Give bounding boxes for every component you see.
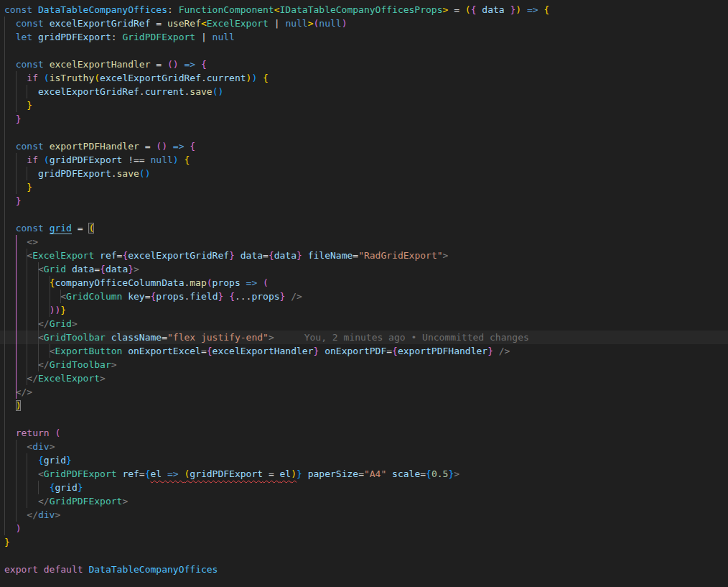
token: useRef <box>167 18 201 29</box>
token <box>4 468 38 479</box>
token: ( <box>156 141 162 152</box>
token: data <box>241 250 263 261</box>
code-line: export default DataTableCompanyOffices <box>0 563 728 576</box>
token: ExcelExport <box>32 250 94 261</box>
token: /> <box>291 291 302 302</box>
token: ) <box>173 59 179 70</box>
code-line: } <box>0 194 728 208</box>
token: "A4" <box>364 468 386 479</box>
git-blame-annotation: You, 2 minutes ago • Uncommitted changes <box>304 332 529 343</box>
token: > <box>269 332 274 343</box>
token: const <box>16 223 50 234</box>
token: = <box>151 59 167 70</box>
token: default <box>44 564 89 575</box>
token: ( <box>44 154 50 165</box>
token: } <box>487 346 493 356</box>
token: <> <box>27 236 38 247</box>
token: . <box>201 73 207 83</box>
code-line: ) <box>0 399 728 412</box>
token: > <box>50 441 55 452</box>
token: > <box>122 496 128 507</box>
token: { <box>229 291 235 302</box>
code-line: if (isTruthy(excelExportGridRef.current)… <box>0 71 728 85</box>
code-line: </div> <box>0 508 728 522</box>
token: ) <box>16 523 22 534</box>
token <box>319 346 325 356</box>
token: ( <box>94 73 100 83</box>
token: = <box>420 468 426 479</box>
token: grid <box>55 482 77 493</box>
token: : <box>167 4 179 15</box>
token: => <box>241 277 263 288</box>
token <box>106 332 111 343</box>
highlighted-symbol: grid <box>50 223 72 234</box>
token <box>4 114 16 124</box>
token: > <box>100 373 106 384</box>
token <box>4 100 27 111</box>
token: excelExportGridRef <box>100 73 201 83</box>
code-line: </GridToolbar> <box>0 358 728 371</box>
token: exportPDFHandler <box>398 346 487 356</box>
token: { <box>190 141 195 152</box>
token: ) <box>173 154 179 165</box>
token: div <box>38 509 55 520</box>
token: } <box>16 114 22 124</box>
error-squiggle: ) <box>291 468 297 479</box>
token: if <box>27 154 43 165</box>
token: 0.5 <box>431 468 448 479</box>
token <box>66 264 72 274</box>
token: { <box>145 468 151 479</box>
token: = <box>94 264 100 274</box>
token: DataTableCompanyOffices <box>88 564 218 575</box>
token: } <box>60 305 66 315</box>
token <box>257 73 263 83</box>
token <box>4 359 38 370</box>
token: let <box>16 32 38 42</box>
token: exportPDFHandler <box>50 141 139 152</box>
token: gridPDFExport <box>50 154 123 165</box>
token: props <box>251 291 279 302</box>
token: < <box>274 4 280 15</box>
token: => <box>167 141 190 152</box>
token: } <box>16 195 22 206</box>
token: => <box>521 4 543 15</box>
token: { <box>201 59 207 70</box>
token: /> <box>499 346 510 356</box>
token <box>4 400 16 411</box>
token: data <box>274 250 297 261</box>
token: null <box>213 32 235 42</box>
code-line: excelExportGridRef.current.save() <box>0 85 728 98</box>
token: excelExportGridRef <box>50 18 151 29</box>
token: GridPDFExport <box>122 32 195 42</box>
token: IDataTableCompanyOfficesProps <box>280 4 443 15</box>
token <box>94 250 100 261</box>
token <box>4 264 38 274</box>
token <box>4 86 38 97</box>
token: const <box>4 4 38 15</box>
code-line: gridPDFExport.save() <box>0 167 728 180</box>
token: div <box>32 441 49 452</box>
code-line: <ExcelExport ref={excelExportGridRef} da… <box>0 249 728 262</box>
error-squiggle: => <box>162 468 184 479</box>
token: { <box>543 4 549 15</box>
token: } <box>128 264 134 274</box>
code-line: } <box>0 98 728 112</box>
token <box>4 18 16 29</box>
token: | <box>269 18 285 29</box>
token: isTruthy <box>50 73 95 83</box>
code-line: } <box>0 535 728 549</box>
token <box>4 236 27 247</box>
token <box>493 346 499 356</box>
token: fileName <box>308 250 353 261</box>
code-editor[interactable]: const DataTableCompanyOffices: FunctionC… <box>0 0 728 587</box>
token: gridPDFExport <box>38 32 111 42</box>
token: { <box>100 264 106 274</box>
token: GridToolbar <box>50 359 111 370</box>
token: = <box>448 4 465 15</box>
token <box>4 496 38 507</box>
token: = <box>162 332 167 343</box>
token: grid <box>44 455 66 466</box>
token <box>4 387 16 397</box>
token: </ <box>27 509 38 520</box>
token: ref <box>122 468 139 479</box>
